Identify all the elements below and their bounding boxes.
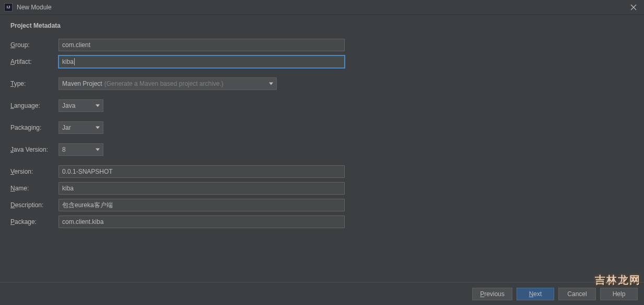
packaging-select[interactable]: Jar (58, 121, 103, 134)
previous-button[interactable]: Previous (472, 288, 512, 300)
label-version: Version: (10, 168, 58, 175)
label-language: Language: (10, 102, 58, 109)
help-button[interactable]: Help (600, 288, 638, 300)
label-description: Description: (10, 201, 58, 209)
window-title: New Module (17, 4, 627, 11)
row-artifact: Artifact: kiba (10, 55, 634, 68)
label-package: Package: (10, 218, 58, 225)
titlebar: IJ New Module (0, 0, 644, 15)
group-input[interactable] (58, 39, 345, 51)
next-button[interactable]: Next (517, 288, 554, 300)
row-type: Type: Maven Project (Generate a Maven ba… (10, 77, 634, 90)
text-caret (74, 58, 75, 65)
close-icon[interactable] (627, 1, 640, 14)
chevron-down-icon (96, 149, 100, 151)
row-group: Group: (10, 39, 634, 51)
name-input[interactable] (58, 182, 345, 195)
section-title: Project Metadata (10, 22, 634, 29)
language-select[interactable]: Java (58, 99, 103, 112)
row-package: Package: (10, 216, 634, 228)
label-artifact: Artifact: (10, 58, 58, 65)
description-input[interactable] (58, 199, 345, 211)
artifact-input[interactable]: kiba (58, 55, 345, 68)
row-name: Name: (10, 182, 634, 195)
dialog-footer: Previous Next Cancel Help (0, 282, 644, 305)
chevron-down-icon (96, 127, 100, 129)
label-name: Name: (10, 185, 58, 192)
label-packaging: Packaging: (10, 124, 58, 131)
type-select[interactable]: Maven Project (Generate a Maven based pr… (58, 77, 277, 90)
row-version: Version: (10, 165, 634, 178)
label-java-version: Java Version: (10, 146, 58, 153)
row-language: Language: Java (10, 99, 634, 112)
row-java-version: Java Version: 8 (10, 143, 634, 156)
dialog-content: Project Metadata Group: Artifact: kiba T… (0, 15, 644, 240)
row-packaging: Packaging: Jar (10, 121, 634, 134)
version-input[interactable] (58, 165, 345, 178)
chevron-down-icon (96, 105, 100, 107)
chevron-down-icon (269, 83, 273, 85)
app-icon: IJ (4, 3, 13, 12)
package-input[interactable] (58, 216, 345, 228)
label-group: Group: (10, 41, 58, 49)
cancel-button[interactable]: Cancel (558, 288, 596, 300)
row-description: Description: (10, 199, 634, 211)
label-type: Type: (10, 80, 58, 87)
java-version-select[interactable]: 8 (58, 143, 103, 156)
